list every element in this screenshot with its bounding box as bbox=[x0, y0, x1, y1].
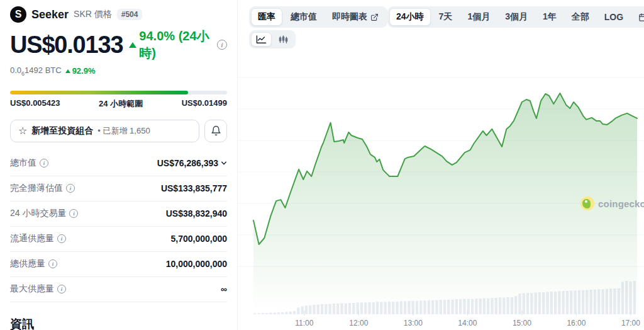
range-all[interactable]: 全部 bbox=[565, 8, 596, 26]
range-1y[interactable]: 1年 bbox=[536, 8, 564, 26]
stat-row-total-supply: 總供應量i 10,000,000,000 bbox=[10, 252, 227, 277]
range-low: US$0.005423 bbox=[10, 98, 60, 110]
calendar-button[interactable] bbox=[631, 9, 644, 25]
info-icon: i bbox=[48, 259, 57, 268]
range-log[interactable]: LOG bbox=[597, 9, 630, 25]
stat-value: US$76,286,393 bbox=[157, 158, 218, 168]
stat-label: 流通供應量 bbox=[10, 233, 54, 244]
stat-value: ∞ bbox=[221, 284, 227, 294]
info-section-title: 資訊 bbox=[10, 316, 227, 330]
chevron-down-icon[interactable] bbox=[221, 160, 227, 166]
price-chart[interactable]: 11:0012:0013:0014:0015:0016:0017:00 bbox=[238, 50, 644, 330]
range-bar-fill bbox=[10, 91, 188, 94]
portfolio-count: • 已新增 1,650 bbox=[97, 125, 150, 137]
stat-value: US$133,835,777 bbox=[161, 183, 227, 193]
price-change-text: 94.0% (24小時) bbox=[139, 28, 211, 62]
coingecko-coin-page: S Seeker SKR 價格 #504 US$0.0133 94.0% (24… bbox=[0, 0, 644, 330]
svg-text:12:00: 12:00 bbox=[349, 319, 368, 327]
info-icon[interactable]: i bbox=[217, 40, 227, 50]
chart-controls-row: 匯率 總市值 即時圖表 24小時 7天 1個月 3個月 1年 全部 LOG bbox=[249, 6, 638, 28]
svg-text:16:00: 16:00 bbox=[567, 319, 586, 327]
stat-label: 24 小時交易量 bbox=[10, 208, 66, 219]
watermark-text: coingecko bbox=[598, 198, 644, 209]
range-3m[interactable]: 3個月 bbox=[498, 8, 535, 26]
range-title: 24 小時範圍 bbox=[99, 98, 143, 110]
tab-live-chart[interactable]: 即時圖表 bbox=[325, 8, 386, 26]
stat-row-volume: 24 小時交易量i US$38,832,940 bbox=[10, 202, 227, 227]
svg-text:15:00: 15:00 bbox=[513, 319, 531, 327]
candlestick-chart-icon bbox=[278, 35, 289, 44]
bell-icon bbox=[211, 125, 221, 136]
stats-table: 總市值i US$76,286,393 完全攤薄估值i US$133,835,77… bbox=[10, 151, 227, 302]
rank-badge: #504 bbox=[117, 9, 143, 20]
range-24h[interactable]: 24小時 bbox=[389, 8, 431, 26]
line-chart-button[interactable] bbox=[251, 32, 272, 47]
add-to-portfolio-button[interactable]: ☆ 新增至投資組合 • 已新增 1,650 bbox=[10, 120, 199, 142]
line-chart-icon bbox=[256, 35, 267, 44]
seeker-logo-icon: S bbox=[10, 6, 26, 23]
chart-type-toggle bbox=[249, 30, 296, 48]
portfolio-label: 新增至投資組合 bbox=[31, 125, 93, 137]
price-row: US$0.0133 94.0% (24小時) i bbox=[10, 28, 227, 62]
candlestick-chart-button[interactable] bbox=[273, 32, 294, 47]
chart-panel: 匯率 總市值 即時圖表 24小時 7天 1個月 3個月 1年 全部 LOG bbox=[237, 0, 644, 330]
info-icon: i bbox=[57, 234, 66, 243]
range-7d[interactable]: 7天 bbox=[432, 8, 460, 26]
svg-text:14:00: 14:00 bbox=[458, 319, 477, 327]
up-arrow-icon bbox=[65, 69, 70, 73]
coin-symbol-label: SKR 價格 bbox=[74, 9, 112, 20]
svg-text:17:00: 17:00 bbox=[621, 319, 640, 327]
btc-price-row: 0.061492 BTC 92.9% bbox=[10, 65, 227, 77]
star-icon: ☆ bbox=[18, 126, 27, 136]
stat-value: 5,700,000,000 bbox=[170, 234, 227, 244]
gecko-icon bbox=[580, 196, 594, 210]
stat-label: 總市值 bbox=[10, 157, 36, 169]
stat-value: 10,000,000,000 bbox=[166, 259, 227, 269]
coin-summary-panel: S Seeker SKR 價格 #504 US$0.0133 94.0% (24… bbox=[0, 0, 237, 330]
price-change-24h: 94.0% (24小時) bbox=[129, 28, 211, 62]
btc-price: 0.061492 BTC bbox=[10, 65, 62, 77]
range-bar-track bbox=[10, 91, 227, 94]
stat-label: 完全攤薄估值 bbox=[10, 183, 63, 194]
info-icon: i bbox=[57, 285, 66, 293]
stat-row-max-supply: 最大供應量i ∞ bbox=[10, 277, 227, 302]
range-labels: US$0.005423 24 小時範圍 US$0.01499 bbox=[10, 98, 227, 110]
stat-value: US$38,832,940 bbox=[166, 208, 227, 219]
stat-row-market-cap[interactable]: 總市值i US$76,286,393 bbox=[10, 151, 227, 176]
svg-text:11:00: 11:00 bbox=[295, 319, 313, 327]
external-link-icon bbox=[370, 13, 379, 21]
tab-market-cap[interactable]: 總市值 bbox=[284, 8, 324, 26]
calendar-icon bbox=[638, 13, 644, 22]
price-alert-button[interactable] bbox=[204, 120, 227, 142]
chart-tab-group: 匯率 總市值 即時圖表 bbox=[249, 6, 387, 28]
action-buttons: ☆ 新增至投資組合 • 已新增 1,650 bbox=[10, 120, 227, 142]
up-arrow-icon bbox=[129, 42, 136, 48]
stat-label: 總供應量 bbox=[10, 258, 45, 270]
current-price: US$0.0133 bbox=[10, 31, 123, 59]
btc-change: 92.9% bbox=[65, 66, 96, 76]
coingecko-watermark: coingecko bbox=[580, 196, 644, 210]
stat-row-circulating-supply: 流通供應量i 5,700,000,000 bbox=[10, 227, 227, 252]
info-icon: i bbox=[40, 159, 48, 168]
coin-header: S Seeker SKR 價格 #504 bbox=[10, 5, 227, 24]
daily-range: US$0.005423 24 小時範圍 US$0.01499 bbox=[10, 91, 227, 110]
info-icon: i bbox=[66, 184, 75, 193]
stat-label: 最大供應量 bbox=[10, 283, 54, 295]
stat-row-fdv: 完全攤薄估值i US$133,835,777 bbox=[10, 176, 227, 202]
tab-price[interactable]: 匯率 bbox=[251, 8, 282, 26]
range-1m[interactable]: 1個月 bbox=[460, 8, 497, 26]
coin-name: Seeker bbox=[31, 8, 69, 21]
svg-text:13:00: 13:00 bbox=[404, 319, 423, 327]
range-high: US$0.01499 bbox=[182, 98, 227, 110]
info-icon: i bbox=[69, 209, 78, 218]
time-range-group: 24小時 7天 1個月 3個月 1年 全部 LOG bbox=[387, 6, 644, 28]
